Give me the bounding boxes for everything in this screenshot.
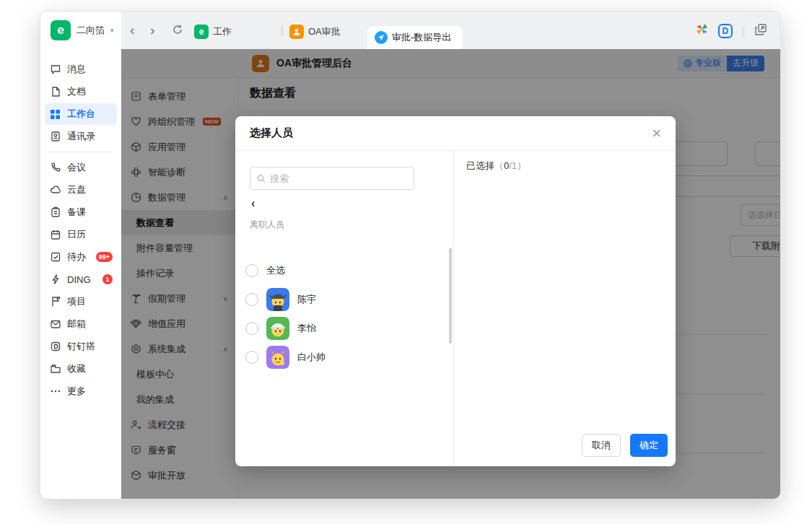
rail-item-messages[interactable]: 消息 (45, 58, 117, 80)
approval-export-tab-icon (375, 31, 388, 44)
calendar-icon (49, 229, 61, 241)
title-bar: e 二向箔 ▾ ‹ › e 工作 | OA审批 审批-数据导出 (40, 12, 780, 49)
list-scrollbar[interactable] (449, 248, 452, 344)
rail-item-todo[interactable]: 待办 99+ (45, 246, 117, 268)
avatar (266, 346, 289, 369)
confirm-button[interactable]: 确定 (630, 434, 668, 457)
open-external-icon[interactable] (754, 23, 767, 39)
person-name: 李怡 (297, 322, 316, 335)
select-all-row[interactable]: 全选 (245, 258, 285, 284)
ellipsis-icon (49, 385, 61, 398)
clipboard-icon (49, 206, 61, 219)
rail-item-lesson-prep[interactable]: 备课 (45, 201, 117, 223)
rail-divider (49, 152, 113, 152)
person-list-panel: ‹ 离职人员 全选 陈宇 李怡 (235, 151, 454, 466)
tab-work-label: 工作 (213, 25, 232, 38)
contacts-icon (49, 131, 61, 143)
rail-item-mail[interactable]: 邮箱 (45, 313, 117, 335)
ding-badge: 1 (102, 274, 113, 284)
tab-work[interactable]: e 工作 (194, 21, 232, 43)
rail-item-ding[interactable]: DING 1 (45, 268, 117, 290)
folder-icon (49, 363, 61, 375)
rail-item-meetings[interactable]: 会议 (45, 157, 117, 178)
tab-approval-data-export[interactable]: 审批-数据导出 (367, 26, 463, 49)
search-box[interactable] (250, 167, 414, 190)
icon-separator: | (742, 25, 745, 38)
rail-item-workbench[interactable]: 工作台 (45, 103, 117, 125)
work-tab-icon: e (194, 25, 209, 39)
person-row[interactable]: 白小帅 (245, 344, 326, 370)
lightning-icon (49, 274, 61, 286)
avatar (266, 288, 289, 311)
chat-icon (49, 64, 61, 76)
rail-item-docs[interactable]: 文档 (45, 81, 117, 102)
tab-approval-data-export-label: 审批-数据导出 (392, 31, 451, 44)
person-name: 白小帅 (297, 351, 326, 364)
envelope-icon (49, 318, 61, 331)
app-logo-icon: e (51, 20, 71, 40)
dialog-title: 选择人员 (250, 126, 293, 140)
left-nav-rail: 消息 文档 工作台 通讯录 会议 云盘 备课 日历 (40, 49, 121, 499)
search-input[interactable] (270, 173, 407, 184)
rail-item-drive[interactable]: 云盘 (45, 179, 117, 201)
workspace-switcher[interactable]: e 二向箔 ▾ (51, 20, 114, 40)
d-square-icon (49, 341, 61, 353)
select-person-dialog: 选择人员 × ‹ 离职人员 全选 陈宇 (235, 116, 676, 466)
pinwheel-icon[interactable] (695, 22, 709, 39)
check-square-icon (49, 251, 61, 263)
cancel-button[interactable]: 取消 (582, 434, 621, 457)
select-all-checkbox[interactable] (245, 264, 258, 277)
tab-separator: | (281, 25, 284, 36)
refresh-button[interactable] (172, 23, 183, 39)
rail-item-contacts[interactable]: 通讯录 (45, 126, 117, 147)
avatar (266, 317, 289, 340)
tab-oa-approval[interactable]: OA审批 (289, 21, 341, 43)
desktop: e 二向箔 ▾ ‹ › e 工作 | OA审批 审批-数据导出 (0, 0, 812, 524)
nav-forward-button[interactable]: › (150, 22, 154, 38)
todo-badge: 99+ (96, 252, 113, 262)
tab-oa-approval-label: OA审批 (308, 25, 341, 38)
close-icon[interactable]: × (652, 126, 661, 141)
cloud-icon (49, 184, 61, 196)
dialog-header: 选择人员 × (235, 116, 676, 151)
rail-item-favorites[interactable]: 收藏 (45, 358, 117, 380)
search-icon (257, 174, 266, 183)
document-icon (49, 86, 61, 98)
app-window: e 二向箔 ▾ ‹ › e 工作 | OA审批 审批-数据导出 (40, 11, 781, 499)
selected-counter: 已选择（0/1） (466, 160, 526, 173)
person-row[interactable]: 陈宇 (245, 287, 316, 313)
chevron-down-icon: ▾ (110, 27, 114, 34)
workspace-name: 二向箔 (77, 24, 105, 37)
person-checkbox[interactable] (245, 351, 258, 364)
rail-item-projects[interactable]: 项目 (45, 291, 117, 313)
rail-item-more[interactable]: 更多 (45, 380, 117, 402)
grid-icon (49, 108, 61, 121)
group-label: 离职人员 (250, 219, 284, 231)
person-checkbox[interactable] (245, 293, 258, 306)
selected-total: /1 (509, 160, 517, 171)
phone-icon (49, 162, 61, 174)
back-chevron-icon[interactable]: ‹ (251, 197, 255, 210)
person-checkbox[interactable] (245, 322, 258, 335)
person-row[interactable]: 李怡 (245, 315, 316, 341)
rail-item-calendar[interactable]: 日历 (45, 224, 117, 245)
flag-icon (49, 296, 61, 308)
nav-back-button[interactable]: ‹ (130, 22, 134, 38)
oa-approval-tab-icon (289, 25, 304, 39)
rail-item-dingtalk-build[interactable]: 钉钉搭 (45, 336, 117, 357)
person-name: 陈宇 (297, 293, 316, 306)
dingtalk-docs-icon[interactable]: D (718, 24, 733, 38)
